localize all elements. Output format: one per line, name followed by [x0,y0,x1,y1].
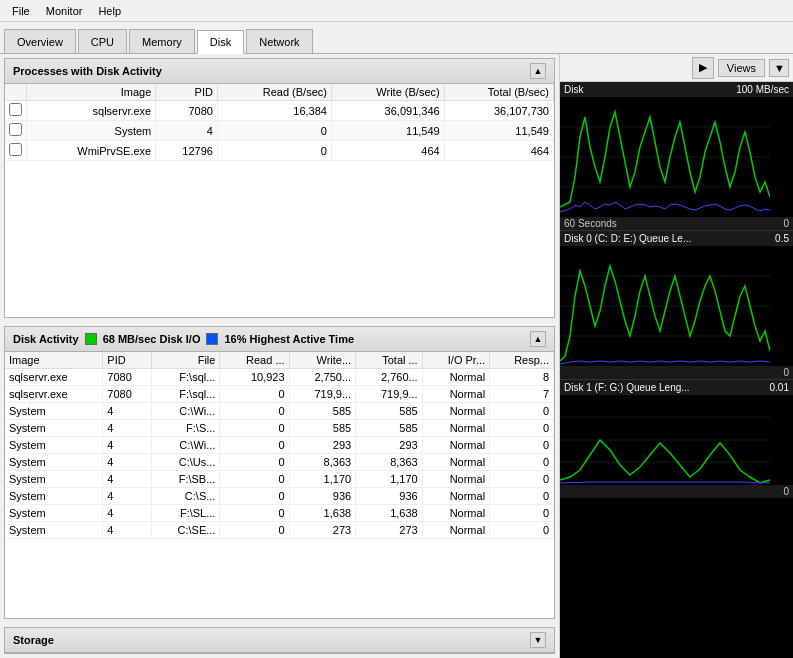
row-read: 0 [217,121,331,141]
disk-row-read: 0 [220,403,289,420]
disk-activity-header-left: Disk Activity 68 MB/sec Disk I/O 16% Hig… [13,333,354,345]
right-panel-wrapper: ▶ Views ▼ Disk 100 MB/sec [560,54,793,658]
processes-row[interactable]: sqlservr.exe 7080 16,384 36,091,346 36,1… [5,101,554,121]
disk-chart-time: 60 Seconds [564,218,617,229]
disk0-chart-svg [560,246,770,366]
disk-row-file: F:\sql... [152,369,220,386]
disk-row-resp: 0 [490,522,554,539]
disk-row-read: 0 [220,488,289,505]
disk-row-total: 585 [356,403,423,420]
disk-row[interactable]: System 4 F:\S... 0 585 585 Normal 0 [5,420,554,437]
disk-activity-title: Disk Activity [13,333,79,345]
tab-network[interactable]: Network [246,29,312,53]
disk-row-iopr: Normal [422,369,489,386]
disk1-chart-section: Disk 1 (F: G:) Queue Leng... 0.01 0 [560,380,793,498]
disk-row-total: 2,760... [356,369,423,386]
disk-activity-header: Disk Activity 68 MB/sec Disk I/O 16% Hig… [5,327,554,352]
disk-chart-section: Disk 100 MB/sec 60 Seconds 0 [560,82,793,231]
disk0-chart-label: Disk 0 (C: D: E:) Queue Le... 0.5 [560,231,793,246]
disk-row-pid: 7080 [103,369,152,386]
disk-row-total: 8,363 [356,454,423,471]
disk-chart-max: 100 MB/sec [736,84,789,95]
disk-row[interactable]: System 4 F:\SL... 0 1,638 1,638 Normal 0 [5,505,554,522]
storage-collapse-btn[interactable]: ▼ [530,632,546,648]
disk-row-resp: 0 [490,471,554,488]
disk-row-write: 273 [289,522,356,539]
storage-section: Storage ▼ [4,627,555,654]
disk-row-write: 2,750... [289,369,356,386]
tab-cpu[interactable]: CPU [78,29,127,53]
row-checkbox[interactable] [5,101,27,121]
disk-row[interactable]: System 4 C:\S... 0 936 936 Normal 0 [5,488,554,505]
row-image: System [27,121,156,141]
disk1-chart-zero: 0 [783,486,789,497]
row-image: sqlservr.exe [27,101,156,121]
disk-row-write: 293 [289,437,356,454]
disk-table: Image PID File Read ... Write... Total .… [5,352,554,539]
disk-row-file: C:\SE... [152,522,220,539]
menu-file[interactable]: File [4,3,38,19]
processes-collapse-btn[interactable]: ▲ [530,63,546,79]
processes-row[interactable]: System 4 0 11,549 11,549 [5,121,554,141]
disk-row-image: System [5,488,103,505]
disk-col-resp: Resp... [490,352,554,369]
disk-row[interactable]: System 4 C:\Wi... 0 293 293 Normal 0 [5,437,554,454]
tab-disk[interactable]: Disk [197,30,244,54]
disk-row-resp: 7 [490,386,554,403]
disk1-chart-title: Disk 1 (F: G:) Queue Leng... [564,382,690,393]
row-read: 0 [217,141,331,161]
disk-row[interactable]: sqlservr.exe 7080 F:\sql... 10,923 2,750… [5,369,554,386]
storage-title: Storage [13,634,54,646]
disk-row-read: 0 [220,386,289,403]
disk-row-total: 1,638 [356,505,423,522]
tab-memory[interactable]: Memory [129,29,195,53]
tab-overview[interactable]: Overview [4,29,76,53]
disk-row-total: 1,170 [356,471,423,488]
disk-row-iopr: Normal [422,437,489,454]
disk-row-file: F:\SL... [152,505,220,522]
right-panel-toolbar: ▶ Views ▼ [560,54,793,82]
menu-help[interactable]: Help [90,3,129,19]
disk-row-total: 293 [356,437,423,454]
disk-row[interactable]: System 4 F:\SB... 0 1,170 1,170 Normal 0 [5,471,554,488]
disk-row[interactable]: sqlservr.exe 7080 F:\sql... 0 719,9... 7… [5,386,554,403]
col-check [5,84,27,101]
disk-row-image: System [5,403,103,420]
disk-row[interactable]: System 4 C:\Wi... 0 585 585 Normal 0 [5,403,554,420]
disk-row[interactable]: System 4 C:\Us... 0 8,363 8,363 Normal 0 [5,454,554,471]
disk-row-pid: 4 [103,522,152,539]
disk-row[interactable]: System 4 C:\SE... 0 273 273 Normal 0 [5,522,554,539]
disk-row-iopr: Normal [422,522,489,539]
row-pid: 4 [156,121,218,141]
row-total: 11,549 [444,121,553,141]
menu-monitor[interactable]: Monitor [38,3,91,19]
disk-col-pid: PID [103,352,152,369]
disk-row-iopr: Normal [422,488,489,505]
disk-row-pid: 4 [103,505,152,522]
nav-back-btn[interactable]: ▶ [692,57,714,79]
disk-col-total: Total ... [356,352,423,369]
disk-row-file: C:\Wi... [152,403,220,420]
col-total: Total (B/sec) [444,84,553,101]
disk-row-image: System [5,522,103,539]
disk-row-read: 0 [220,454,289,471]
disk-row-file: F:\SB... [152,471,220,488]
views-dropdown-btn[interactable]: ▼ [769,59,789,77]
disk1-chart-svg [560,395,770,485]
processes-title: Processes with Disk Activity [13,65,162,77]
disk-row-resp: 0 [490,488,554,505]
row-checkbox[interactable] [5,121,27,141]
main-layout: Processes with Disk Activity ▲ Image PID… [0,54,793,658]
chart-area: Disk 100 MB/sec 60 Seconds 0 [560,82,793,658]
disk-row-read: 0 [220,437,289,454]
processes-row[interactable]: WmiPrvSE.exe 12796 0 464 464 [5,141,554,161]
disk-table-container[interactable]: Image PID File Read ... Write... Total .… [5,352,554,615]
disk-activity-collapse-btn[interactable]: ▲ [530,331,546,347]
left-panel: Processes with Disk Activity ▲ Image PID… [0,54,560,658]
disk-row-image: sqlservr.exe [5,386,103,403]
row-checkbox[interactable] [5,141,27,161]
col-pid: PID [156,84,218,101]
disk-col-read: Read ... [220,352,289,369]
views-btn[interactable]: Views [718,59,765,77]
disk-row-file: C:\Wi... [152,437,220,454]
